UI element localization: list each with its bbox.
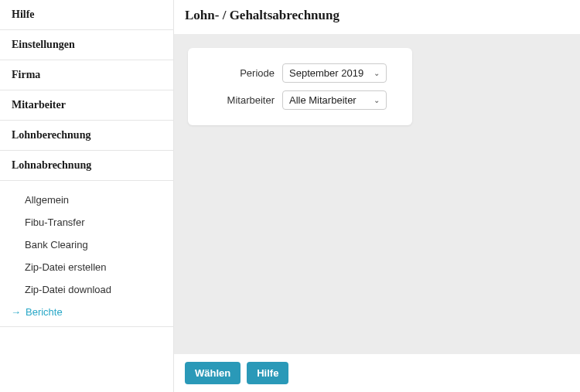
filter-card: Periode September 2019 ⌄ Mitarbeiter All…	[188, 48, 412, 125]
page-title: Lohn- / Gehaltsabrechnung	[185, 8, 569, 23]
sidebar-sub-zip-download[interactable]: Zip-Datei download	[0, 278, 173, 301]
chevron-down-icon: ⌄	[374, 69, 380, 77]
sidebar-sub-bank-clearing[interactable]: Bank Clearing	[0, 233, 173, 256]
sidebar-item-mitarbeiter[interactable]: Mitarbeiter	[0, 90, 173, 121]
main-header: Lohn- / Gehaltsabrechnung	[174, 0, 580, 34]
periode-select-value: September 2019	[289, 67, 363, 79]
sidebar-sub-berichte-label: Berichte	[26, 306, 63, 318]
periode-label: Periode	[205, 67, 282, 79]
sidebar-sub-allgemein[interactable]: Allgemein	[0, 189, 173, 211]
footer: Wählen Hilfe	[174, 354, 580, 392]
main: Lohn- / Gehaltsabrechnung Periode Septem…	[174, 0, 580, 392]
sidebar-sub-berichte[interactable]: →Berichte	[0, 301, 173, 327]
periode-select[interactable]: September 2019 ⌄	[282, 63, 387, 83]
mitarbeiter-label: Mitarbeiter	[205, 94, 282, 106]
sidebar-item-lohnberechnung[interactable]: Lohnberechnung	[0, 121, 173, 151]
sidebar-sub-zip-erstellen[interactable]: Zip-Datei erstellen	[0, 256, 173, 278]
mitarbeiter-select-value: Alle Mitarbeiter	[289, 94, 357, 106]
sidebar-sub-fibu-transfer[interactable]: Fibu-Transfer	[0, 211, 173, 233]
chevron-down-icon: ⌄	[374, 96, 380, 104]
arrow-right-icon: →	[11, 306, 21, 318]
sidebar-item-einstellungen[interactable]: Einstellungen	[0, 30, 173, 60]
mitarbeiter-select[interactable]: Alle Mitarbeiter ⌄	[282, 90, 387, 110]
sidebar-item-hilfe[interactable]: Hilfe	[0, 0, 173, 30]
sidebar: Hilfe Einstellungen Firma Mitarbeiter Lo…	[0, 0, 174, 392]
sidebar-item-firma[interactable]: Firma	[0, 60, 173, 90]
waehlen-button[interactable]: Wählen	[185, 362, 241, 384]
sidebar-item-lohnabrechnung[interactable]: Lohnabrechnung	[0, 151, 173, 181]
hilfe-button[interactable]: Hilfe	[247, 362, 288, 384]
main-content: Periode September 2019 ⌄ Mitarbeiter All…	[174, 34, 580, 354]
